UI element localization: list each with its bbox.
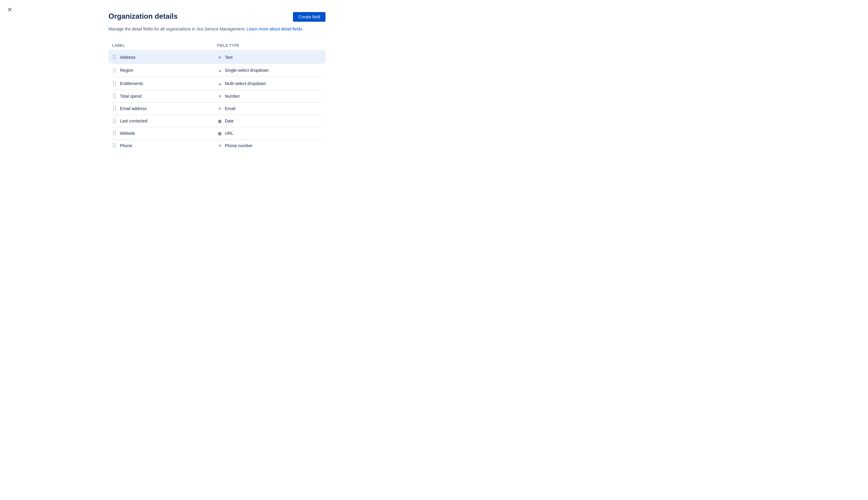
field-label: Phone — [120, 143, 132, 148]
page-title: Organization details — [108, 12, 177, 21]
fields-table: Label Field type AddressTextRegionSingle… — [108, 41, 325, 152]
field-type-cell: Date — [217, 118, 322, 123]
field-type-label: Multi-select dropdown — [225, 81, 266, 86]
table-row[interactable]: EntitlementsMulti-select dropdown — [108, 77, 325, 90]
field-type-icon — [217, 94, 222, 99]
field-type-icon — [217, 119, 222, 123]
field-type-cell: Email — [217, 106, 322, 111]
field-type-cell: Single-select dropdown — [217, 67, 322, 73]
drag-handle-icon[interactable] — [112, 118, 117, 123]
create-field-button[interactable]: Create field — [293, 12, 325, 22]
field-type-cell: Number — [217, 94, 322, 99]
field-type-label: Email — [225, 106, 235, 111]
label-cell: Region — [112, 68, 217, 73]
field-type-icon — [217, 55, 222, 60]
field-type-icon — [217, 131, 222, 136]
drag-handle-icon[interactable] — [112, 94, 117, 99]
field-label: Last contacted — [120, 118, 147, 123]
drag-handle-icon[interactable] — [112, 106, 117, 111]
field-type-icon — [217, 143, 222, 148]
label-cell: Last contacted — [112, 118, 217, 123]
table-row[interactable]: AddressText — [108, 51, 325, 63]
table-row[interactable]: Last contactedDate — [108, 115, 325, 127]
field-type-label: Phone number — [225, 143, 253, 148]
drag-handle-icon[interactable] — [112, 68, 117, 73]
field-label: Total spend — [120, 94, 142, 99]
label-cell: Entitlements — [112, 81, 217, 86]
field-type-icon — [217, 80, 222, 86]
table-row[interactable]: RegionSingle-select dropdown — [108, 64, 325, 77]
table-row[interactable]: Email addressEmail — [108, 103, 325, 115]
drag-handle-icon[interactable] — [112, 55, 117, 60]
field-type-cell: Text — [217, 55, 322, 60]
field-type-icon — [217, 106, 222, 111]
col-header-field-type: Field type — [217, 43, 322, 48]
page-header: Organization details Create field — [108, 12, 325, 22]
field-type-label: URL — [225, 131, 233, 136]
label-cell: Website — [112, 131, 217, 136]
label-cell: Total spend — [112, 94, 217, 99]
field-label: Website — [120, 131, 135, 136]
table-row[interactable]: PhonePhone number — [108, 140, 325, 152]
drag-handle-icon[interactable] — [112, 131, 117, 136]
table-row[interactable]: Total spendNumber — [108, 90, 325, 102]
field-type-label: Single-select dropdown — [225, 68, 269, 73]
drag-handle-icon[interactable] — [112, 81, 117, 86]
field-label: Region — [120, 68, 133, 73]
main-container: Organization details Create field Manage… — [103, 0, 332, 170]
label-cell: Phone — [112, 143, 217, 148]
label-cell: Email address — [112, 106, 217, 111]
field-type-label: Number — [225, 94, 240, 99]
label-cell: Address — [112, 55, 217, 60]
subtitle: Manage the detail fields for all organiz… — [108, 26, 325, 31]
col-header-label: Label — [112, 43, 217, 48]
field-type-label: Text — [225, 55, 233, 60]
field-type-icon — [217, 67, 222, 73]
table-header: Label Field type — [108, 41, 325, 51]
close-button[interactable]: ✕ — [6, 5, 14, 14]
table-row[interactable]: WebsiteURL — [108, 127, 325, 139]
field-type-cell: Phone number — [217, 143, 322, 148]
table-rows: AddressTextRegionSingle-select dropdownE… — [108, 51, 325, 152]
field-type-cell: Multi-select dropdown — [217, 80, 322, 86]
field-label: Entitlements — [120, 81, 143, 86]
field-type-label: Date — [225, 118, 234, 123]
field-label: Address — [120, 55, 135, 60]
drag-handle-icon[interactable] — [112, 143, 117, 148]
field-type-cell: URL — [217, 131, 322, 136]
learn-more-link[interactable]: Learn more about detail fields. — [246, 26, 303, 31]
field-label: Email address — [120, 106, 147, 111]
